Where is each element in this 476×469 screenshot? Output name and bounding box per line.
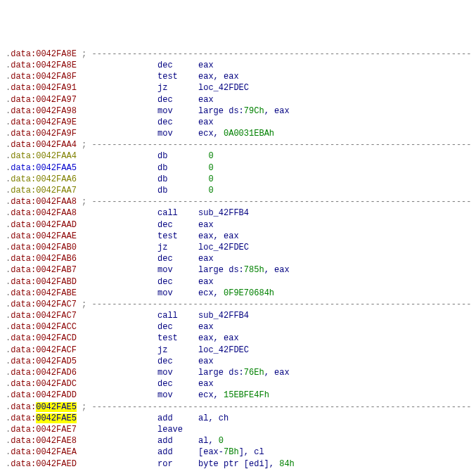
- asm-line[interactable]: .data:0042FA91jzloc_42FDEC: [6, 82, 470, 94]
- asm-line[interactable]: .data:0042FAA7db 0: [6, 185, 470, 196]
- asm-line[interactable]: .data:0042FAD5deceax: [6, 356, 470, 367]
- asm-line[interactable]: .data:0042FAE5addal, ch: [6, 413, 470, 424]
- segment-prefix: data:0042FAE8: [11, 436, 77, 446]
- mnemonic-db: db: [157, 185, 198, 196]
- asm-line[interactable]: .data:0042FAE8addal, 0: [6, 435, 470, 446]
- asm-line[interactable]: .data:0042FACCdeceax: [6, 321, 470, 333]
- asm-line[interactable]: .data:0042FAA6db 0: [6, 174, 470, 185]
- mnemonic: leave: [157, 424, 198, 435]
- address[interactable]: 0042FAB6: [36, 254, 77, 264]
- asm-line[interactable]: .data:0042FAE5 ; -----------------------…: [6, 401, 470, 413]
- asm-line[interactable]: .data:0042FAC7callsub_42FFB4: [6, 310, 470, 321]
- db-value: 0: [198, 163, 214, 173]
- address[interactable]: 0042FA9E: [36, 117, 77, 127]
- address[interactable]: 0042FA98: [36, 106, 77, 116]
- asm-line[interactable]: .data:0042FADCdeceax: [6, 378, 470, 390]
- address[interactable]: 0042FABE: [36, 288, 77, 298]
- address[interactable]: 0042FADD: [36, 390, 77, 400]
- asm-line[interactable]: .data:0042FAA4 ; -----------------------…: [6, 139, 470, 150]
- operand: large ds:: [198, 106, 244, 116]
- asm-line[interactable]: .data:0042FAADdeceax: [6, 219, 470, 231]
- asm-line[interactable]: .data:0042FAA8 ; -----------------------…: [6, 196, 470, 207]
- address[interactable]: 0042FA9F: [36, 129, 77, 139]
- mnemonic: jz: [157, 82, 198, 94]
- asm-line[interactable]: .data:0042FAEAadd[eax-7Bh], cl: [6, 446, 470, 458]
- asm-line[interactable]: .data:0042FA98movlarge ds:79Ch, eax: [6, 105, 470, 117]
- db-value: 0: [198, 151, 214, 161]
- asm-line[interactable]: .data:0042FA8Ftesteax, eax: [6, 71, 470, 82]
- address[interactable]: 0042FAE5: [36, 402, 77, 412]
- segment-prefix: data:0042FA8E: [11, 49, 77, 59]
- segment-prefix: data:0042FAA8: [11, 208, 77, 218]
- address[interactable]: 0042FAA8: [36, 197, 77, 207]
- address[interactable]: 0042FAD5: [36, 356, 77, 366]
- segment-prefix: data:0042FAD6: [11, 368, 77, 378]
- address[interactable]: 0042FAC7: [36, 300, 77, 309]
- asm-line[interactable]: .data:0042FA9Edeceax: [6, 117, 470, 128]
- address[interactable]: 0042FACD: [36, 333, 77, 343]
- address[interactable]: 0042FAE5: [36, 413, 77, 423]
- asm-line[interactable]: .data:0042FAD6movlarge ds:76Eh, eax: [6, 367, 470, 378]
- mnemonic: call: [157, 207, 198, 219]
- operand: loc_42FDEC: [198, 243, 249, 252]
- address[interactable]: 0042FAE8: [36, 436, 77, 446]
- address[interactable]: 0042FA8F: [36, 72, 77, 82]
- address[interactable]: 0042FACF: [36, 345, 77, 355]
- address[interactable]: 0042FAA4: [36, 140, 77, 150]
- operand: eax, eax: [198, 72, 239, 82]
- operand-immediate: 0A0031EBAh: [224, 129, 274, 139]
- segment-prefix: data:0042FACD: [11, 333, 77, 343]
- operand-immediate: 785h: [244, 265, 264, 275]
- asm-line[interactable]: .data:0042FAB7movlarge ds:785h, eax: [6, 264, 470, 276]
- address[interactable]: 0042FAE7: [36, 425, 77, 435]
- address[interactable]: 0042FAAD: [36, 220, 77, 230]
- address[interactable]: 0042FABD: [36, 277, 77, 287]
- asm-line[interactable]: .data:0042FAA5db 0: [6, 162, 470, 174]
- asm-line[interactable]: .data:0042FACFjzloc_42FDEC: [6, 345, 470, 356]
- asm-line[interactable]: .data:0042FA8Edeceax: [6, 60, 470, 71]
- asm-line[interactable]: .data:0042FAC7 ; -----------------------…: [6, 299, 470, 310]
- address[interactable]: 0042FAC7: [36, 311, 77, 321]
- operand: ecx,: [198, 288, 224, 298]
- segment-prefix: data:0042FABE: [11, 288, 77, 298]
- asm-line[interactable]: .data:0042FABDdeceax: [6, 276, 470, 288]
- asm-line[interactable]: .data:0042FADDmovecx, 15EBFE4Fh: [6, 390, 470, 401]
- address[interactable]: 0042FAD6: [36, 368, 77, 378]
- asm-line[interactable]: .data:0042FAA8callsub_42FFB4: [6, 207, 470, 219]
- mnemonic: jz: [157, 345, 198, 356]
- address[interactable]: 0042FAB7: [36, 265, 77, 275]
- segment-prefix: data:0042FA9F: [11, 129, 77, 139]
- address[interactable]: 0042FA8E: [36, 49, 77, 59]
- asm-line[interactable]: .data:0042FABEmovecx, 0F9E70684h: [6, 288, 470, 299]
- address[interactable]: 0042FAA5: [36, 163, 77, 173]
- address[interactable]: 0042FAA6: [36, 174, 77, 184]
- asm-line[interactable]: .data:0042FAB6deceax: [6, 253, 470, 264]
- address[interactable]: 0042FAEA: [36, 447, 77, 457]
- operand: , eax: [264, 265, 290, 275]
- asm-line[interactable]: .data:0042FA8E ; -----------------------…: [6, 49, 470, 60]
- operand: al, ch: [198, 413, 229, 423]
- address[interactable]: 0042FAB0: [36, 243, 77, 252]
- asm-line[interactable]: .data:0042FAAEtesteax, eax: [6, 231, 470, 242]
- asm-line[interactable]: .data:0042FAEDrorbyte ptr [edi], 84h: [6, 458, 470, 470]
- address[interactable]: 0042FA91: [36, 83, 77, 93]
- asm-line[interactable]: .data:0042FAA4db 0: [6, 150, 470, 162]
- address[interactable]: 0042FAA4: [36, 151, 77, 161]
- mnemonic: add: [157, 413, 198, 424]
- address[interactable]: 0042FADC: [36, 379, 77, 389]
- address[interactable]: 0042FACC: [36, 322, 77, 332]
- address[interactable]: 0042FA97: [36, 95, 77, 105]
- address[interactable]: 0042FAA7: [36, 186, 77, 195]
- operand: eax: [198, 254, 214, 264]
- segment-prefix: data:0042FACC: [11, 322, 77, 332]
- asm-line[interactable]: .data:0042FACDtesteax, eax: [6, 333, 470, 344]
- asm-line[interactable]: .data:0042FA97deceax: [6, 94, 470, 105]
- address[interactable]: 0042FAED: [36, 459, 77, 469]
- asm-line[interactable]: .data:0042FA9Fmovecx, 0A0031EBAh: [6, 128, 470, 139]
- asm-line[interactable]: .data:0042FAB0jzloc_42FDEC: [6, 242, 470, 253]
- operand: eax: [198, 356, 214, 366]
- asm-line[interactable]: .data:0042FAE7leave: [6, 424, 470, 435]
- address[interactable]: 0042FAAE: [36, 231, 77, 241]
- address[interactable]: 0042FA8E: [36, 60, 77, 70]
- address[interactable]: 0042FAA8: [36, 208, 77, 218]
